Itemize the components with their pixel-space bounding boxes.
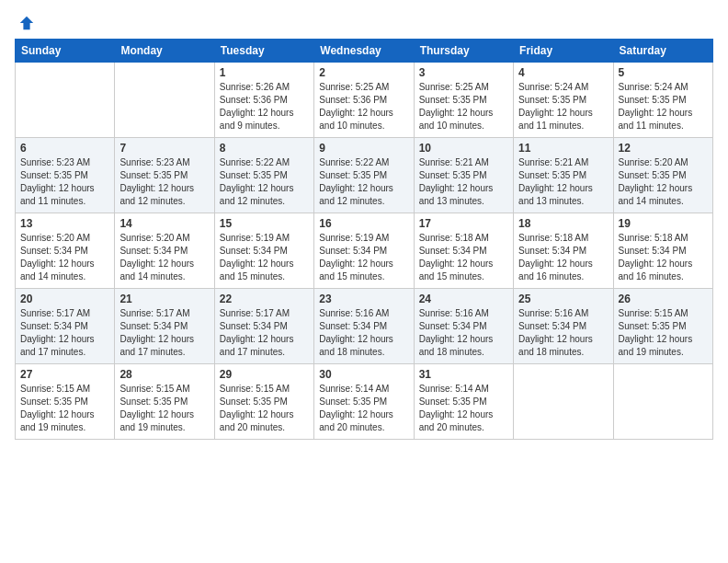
logo-icon — [18, 15, 35, 31]
day-of-week-header: Friday — [514, 40, 613, 63]
day-of-week-header: Tuesday — [214, 40, 313, 63]
calendar-header-row: SundayMondayTuesdayWednesdayThursdayFrid… — [16, 40, 713, 63]
day-info: Sunrise: 5:24 AMSunset: 5:35 PMDaylight:… — [619, 81, 708, 132]
calendar-cell: 19Sunrise: 5:18 AMSunset: 5:34 PMDayligh… — [613, 213, 712, 289]
day-number: 3 — [419, 66, 508, 79]
day-info: Sunrise: 5:21 AMSunset: 5:35 PMDaylight:… — [518, 156, 608, 208]
day-info: Sunrise: 5:15 AMSunset: 5:35 PMDaylight:… — [20, 383, 109, 434]
day-of-week-header: Monday — [115, 40, 214, 63]
day-info: Sunrise: 5:18 AMSunset: 5:34 PMDaylight:… — [619, 232, 708, 283]
day-info: Sunrise: 5:18 AMSunset: 5:34 PMDaylight:… — [518, 232, 608, 283]
calendar-cell: 15Sunrise: 5:19 AMSunset: 5:34 PMDayligh… — [214, 213, 313, 289]
calendar-cell: 23Sunrise: 5:16 AMSunset: 5:34 PMDayligh… — [314, 289, 414, 364]
day-number: 9 — [319, 142, 408, 155]
day-info: Sunrise: 5:17 AMSunset: 5:34 PMDaylight:… — [119, 307, 209, 359]
day-info: Sunrise: 5:22 AMSunset: 5:35 PMDaylight:… — [319, 156, 408, 208]
day-info: Sunrise: 5:18 AMSunset: 5:34 PMDaylight:… — [419, 232, 508, 283]
day-info: Sunrise: 5:24 AMSunset: 5:35 PMDaylight:… — [518, 81, 608, 132]
calendar-cell: 24Sunrise: 5:16 AMSunset: 5:34 PMDayligh… — [414, 289, 513, 364]
day-number: 25 — [518, 293, 608, 305]
day-info: Sunrise: 5:14 AMSunset: 5:35 PMDaylight:… — [319, 383, 408, 434]
day-number: 15 — [220, 217, 309, 230]
day-info: Sunrise: 5:16 AMSunset: 5:34 PMDaylight:… — [319, 307, 408, 359]
calendar-cell: 2Sunrise: 5:25 AMSunset: 5:36 PMDaylight… — [314, 63, 414, 138]
calendar-cell: 28Sunrise: 5:15 AMSunset: 5:35 PMDayligh… — [115, 364, 214, 440]
calendar-week-row: 20Sunrise: 5:17 AMSunset: 5:34 PMDayligh… — [16, 289, 713, 364]
day-number: 17 — [419, 217, 508, 230]
calendar-week-row: 6Sunrise: 5:23 AMSunset: 5:35 PMDaylight… — [16, 138, 713, 213]
calendar-cell: 14Sunrise: 5:20 AMSunset: 5:34 PMDayligh… — [115, 213, 214, 289]
day-info: Sunrise: 5:20 AMSunset: 5:34 PMDaylight:… — [20, 232, 109, 283]
day-info: Sunrise: 5:23 AMSunset: 5:35 PMDaylight:… — [20, 156, 109, 208]
day-number: 26 — [619, 293, 708, 305]
calendar-cell: 8Sunrise: 5:22 AMSunset: 5:35 PMDaylight… — [214, 138, 313, 213]
day-info: Sunrise: 5:17 AMSunset: 5:34 PMDaylight:… — [220, 307, 309, 359]
day-number: 12 — [619, 142, 708, 155]
calendar-week-row: 27Sunrise: 5:15 AMSunset: 5:35 PMDayligh… — [16, 364, 713, 440]
calendar-cell: 20Sunrise: 5:17 AMSunset: 5:34 PMDayligh… — [16, 289, 115, 364]
svg-marker-0 — [20, 17, 33, 29]
calendar-cell: 5Sunrise: 5:24 AMSunset: 5:35 PMDaylight… — [613, 63, 712, 138]
day-info: Sunrise: 5:23 AMSunset: 5:35 PMDaylight:… — [119, 156, 209, 208]
calendar-cell: 26Sunrise: 5:15 AMSunset: 5:35 PMDayligh… — [613, 289, 712, 364]
calendar-cell — [115, 63, 214, 138]
day-number: 29 — [220, 368, 309, 381]
day-info: Sunrise: 5:14 AMSunset: 5:35 PMDaylight:… — [419, 383, 508, 434]
header — [15, 15, 713, 28]
day-number: 11 — [518, 142, 608, 155]
day-of-week-header: Saturday — [613, 40, 712, 63]
day-number: 19 — [619, 217, 708, 230]
day-info: Sunrise: 5:15 AMSunset: 5:35 PMDaylight:… — [619, 307, 708, 359]
day-of-week-header: Thursday — [414, 40, 513, 63]
calendar-cell: 16Sunrise: 5:19 AMSunset: 5:34 PMDayligh… — [314, 213, 414, 289]
day-number: 30 — [319, 368, 408, 381]
day-number: 28 — [119, 368, 209, 381]
day-info: Sunrise: 5:20 AMSunset: 5:35 PMDaylight:… — [619, 156, 708, 208]
day-number: 5 — [619, 66, 708, 79]
calendar-cell — [613, 364, 712, 440]
calendar-cell: 21Sunrise: 5:17 AMSunset: 5:34 PMDayligh… — [115, 289, 214, 364]
day-info: Sunrise: 5:22 AMSunset: 5:35 PMDaylight:… — [220, 156, 309, 208]
calendar-cell: 9Sunrise: 5:22 AMSunset: 5:35 PMDaylight… — [314, 138, 414, 213]
calendar-cell: 11Sunrise: 5:21 AMSunset: 5:35 PMDayligh… — [514, 138, 613, 213]
day-number: 6 — [20, 142, 109, 155]
day-info: Sunrise: 5:25 AMSunset: 5:35 PMDaylight:… — [419, 81, 508, 132]
day-number: 14 — [119, 217, 209, 230]
calendar-cell: 3Sunrise: 5:25 AMSunset: 5:35 PMDaylight… — [414, 63, 513, 138]
day-info: Sunrise: 5:19 AMSunset: 5:34 PMDaylight:… — [220, 232, 309, 283]
calendar-cell: 27Sunrise: 5:15 AMSunset: 5:35 PMDayligh… — [16, 364, 115, 440]
day-number: 27 — [20, 368, 109, 381]
day-info: Sunrise: 5:25 AMSunset: 5:36 PMDaylight:… — [319, 81, 408, 132]
calendar-week-row: 13Sunrise: 5:20 AMSunset: 5:34 PMDayligh… — [16, 213, 713, 289]
day-info: Sunrise: 5:15 AMSunset: 5:35 PMDaylight:… — [119, 383, 209, 434]
calendar-cell: 4Sunrise: 5:24 AMSunset: 5:35 PMDaylight… — [514, 63, 613, 138]
day-info: Sunrise: 5:19 AMSunset: 5:34 PMDaylight:… — [319, 232, 408, 283]
day-info: Sunrise: 5:20 AMSunset: 5:34 PMDaylight:… — [119, 232, 209, 283]
calendar-cell: 17Sunrise: 5:18 AMSunset: 5:34 PMDayligh… — [414, 213, 513, 289]
calendar-cell: 6Sunrise: 5:23 AMSunset: 5:35 PMDaylight… — [16, 138, 115, 213]
calendar-cell: 10Sunrise: 5:21 AMSunset: 5:35 PMDayligh… — [414, 138, 513, 213]
calendar-cell: 12Sunrise: 5:20 AMSunset: 5:35 PMDayligh… — [613, 138, 712, 213]
day-number: 18 — [518, 217, 608, 230]
calendar-cell: 31Sunrise: 5:14 AMSunset: 5:35 PMDayligh… — [414, 364, 513, 440]
day-number: 1 — [220, 66, 309, 79]
calendar-cell: 22Sunrise: 5:17 AMSunset: 5:34 PMDayligh… — [214, 289, 313, 364]
calendar-cell: 7Sunrise: 5:23 AMSunset: 5:35 PMDaylight… — [115, 138, 214, 213]
day-info: Sunrise: 5:15 AMSunset: 5:35 PMDaylight:… — [220, 383, 309, 434]
calendar-cell — [16, 63, 115, 138]
day-number: 4 — [518, 66, 608, 79]
day-info: Sunrise: 5:21 AMSunset: 5:35 PMDaylight:… — [419, 156, 508, 208]
day-number: 10 — [419, 142, 508, 155]
day-info: Sunrise: 5:16 AMSunset: 5:34 PMDaylight:… — [518, 307, 608, 359]
day-info: Sunrise: 5:17 AMSunset: 5:34 PMDaylight:… — [20, 307, 109, 359]
calendar-cell — [514, 364, 613, 440]
day-of-week-header: Wednesday — [314, 40, 414, 63]
day-info: Sunrise: 5:16 AMSunset: 5:34 PMDaylight:… — [419, 307, 508, 359]
calendar-cell: 29Sunrise: 5:15 AMSunset: 5:35 PMDayligh… — [214, 364, 313, 440]
day-number: 20 — [20, 293, 109, 305]
calendar-cell: 13Sunrise: 5:20 AMSunset: 5:34 PMDayligh… — [16, 213, 115, 289]
day-number: 23 — [319, 293, 408, 305]
day-number: 8 — [220, 142, 309, 155]
day-number: 21 — [119, 293, 209, 305]
calendar-cell: 18Sunrise: 5:18 AMSunset: 5:34 PMDayligh… — [514, 213, 613, 289]
